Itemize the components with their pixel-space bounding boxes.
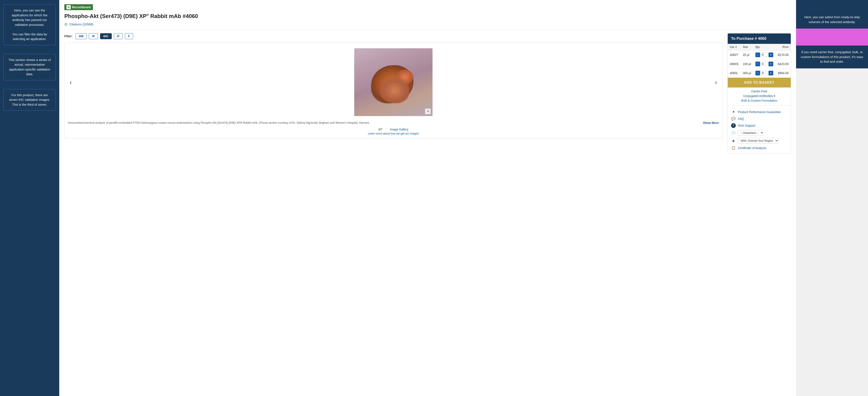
sds-row: ◈ SDS: Choose Your Region (731, 138, 787, 144)
datasheet-select[interactable]: -- Datasheet -- (738, 130, 764, 136)
table-row: 4060L 300 µl − + $994.00 (728, 68, 791, 78)
qty-input-4060t[interactable] (761, 53, 768, 57)
qty-4060t: − + (753, 50, 776, 59)
right-empty (796, 68, 868, 396)
qty-plus-4060s[interactable]: + (769, 62, 773, 66)
cat-4060t: 4060T (728, 50, 741, 59)
carrier-free-link[interactable]: Carrier-Free (731, 90, 787, 93)
qty-minus-4060s[interactable]: − (755, 62, 760, 66)
image-gallery-link[interactable]: Image Gallery (390, 128, 408, 131)
faq-icon: 💬 (731, 116, 736, 121)
filter-label: Filter: (64, 34, 72, 38)
right-tooltip-middle (796, 29, 868, 46)
citations-text[interactable]: Citations (10588) (69, 23, 93, 26)
image-caption: Immunohistochemical analysis of paraffin… (68, 121, 719, 125)
qty-plus-4060l[interactable]: + (769, 71, 773, 75)
qty-minus-4060l[interactable]: − (755, 71, 760, 75)
sds-icon: ◈ (731, 138, 736, 143)
price-4060l: $994.00 (776, 68, 791, 78)
learn-more-link[interactable]: Learn more about how we get our images (68, 132, 719, 135)
coa-link[interactable]: Certificate of Analysis (738, 146, 766, 150)
tech-support-row: ? Tech Support (731, 123, 787, 128)
datasheet-row: 📄 -- Datasheet -- (731, 130, 787, 136)
right-tooltip-top: Here, you can select from ready-to-ship … (796, 10, 868, 29)
faq-row: 💬 FAQ (731, 116, 787, 121)
price-4060t: $170.00 (776, 50, 791, 59)
coa-row: 📋 Certificate of Analysis (731, 146, 787, 150)
qty-input-4060s[interactable] (761, 62, 768, 66)
faq-link[interactable]: FAQ (738, 117, 744, 120)
show-more-link[interactable]: Show More (703, 121, 719, 125)
product-title: Phospho-Akt (Ser473) (D9E) XP® Rabbit mA… (64, 13, 791, 20)
coa-icon: 📋 (731, 146, 736, 150)
qty-4060l: − + (753, 68, 776, 78)
table-row: 4060T 20 µl − + $170.00 (728, 50, 791, 59)
cat-4060s: 4060S (728, 59, 741, 68)
cat-4060l: 4060L (728, 68, 741, 78)
next-image-button[interactable]: › (713, 77, 719, 88)
col-size: Size (741, 44, 753, 50)
image-pagination: 3/7 | Image Gallery (68, 128, 719, 131)
col-price: Price (776, 44, 791, 50)
content-col: Filter: WB IP IHC IF F ‹ (64, 33, 722, 141)
filter-btn-wb[interactable]: WB (75, 33, 87, 39)
product-image: ✕ (354, 48, 433, 116)
qty-control-4060t: − + (755, 53, 774, 57)
conjugated-antibodies-link[interactable]: Conjugated Antibodies (731, 94, 787, 97)
qty-4060s: − + (753, 59, 776, 68)
main-content: R Recombinant Phospho-Akt (Ser473) (D9E)… (59, 0, 796, 396)
content-purchase-row: Filter: WB IP IHC IF F ‹ (64, 33, 791, 153)
citations-row[interactable]: ⊙ Citations (10588) (64, 22, 791, 30)
tech-support-link[interactable]: Tech Support (738, 124, 755, 127)
col-qty: Qty. (753, 44, 776, 50)
guarantee-row: ✦ Product Performance Guarantee (731, 110, 787, 114)
purchase-panel: To Purchase # 4060 Cat. # Size Qty. Pric… (727, 33, 791, 153)
tooltip-images-count: For this product, there are seven IHC va… (3, 89, 56, 111)
recombinant-badge: R Recombinant (64, 4, 93, 10)
size-4060l: 300 µl (741, 68, 753, 78)
size-4060t: 20 µl (741, 50, 753, 59)
left-sidebar: Here, you can see the applications for w… (0, 0, 59, 396)
qty-plus-4060t[interactable]: + (769, 53, 773, 57)
filter-btn-ip[interactable]: IP (89, 33, 98, 39)
pagination-count: 3/7 (378, 128, 382, 131)
datasheet-icon: 📄 (731, 131, 736, 135)
sds-select[interactable]: SDS: Choose Your Region (738, 138, 778, 144)
guarantee-link[interactable]: Product Performance Guarantee (738, 110, 781, 114)
table-row: 4060S 100 µl − + $423.00 (728, 59, 791, 68)
right-panel: Here, you can select from ready-to-ship … (796, 0, 868, 396)
size-4060s: 100 µl (741, 59, 753, 68)
qty-control-4060s: − + (755, 62, 774, 66)
info-links: ✦ Product Performance Guarantee 💬 FAQ ? … (728, 108, 791, 153)
qty-input-4060l[interactable] (761, 71, 768, 75)
guarantee-icon: ✦ (731, 110, 736, 114)
qty-minus-4060t[interactable]: − (755, 53, 760, 57)
prev-image-button[interactable]: ‹ (68, 77, 74, 88)
add-to-basket-button[interactable]: ADD TO BASKET (728, 78, 791, 87)
purchase-col: To Purchase # 4060 Cat. # Size Qty. Pric… (727, 33, 791, 153)
filter-btn-if[interactable]: IF (114, 33, 123, 39)
purchase-table: Cat. # Size Qty. Price 4060T 20 µl (728, 44, 791, 78)
image-section: ‹ ✕ › Immunohistochemical a (64, 43, 722, 139)
filter-row: Filter: WB IP IHC IF F (64, 33, 722, 39)
tooltip-validation: This section shows a series of actual, r… (3, 54, 56, 81)
purchase-links: Carrier-Free Conjugated Antibodies Bulk … (728, 87, 791, 105)
col-cat: Cat. # (728, 44, 741, 50)
tooltip-applications: Here, you can see the applications for w… (3, 4, 56, 45)
tech-support-icon: ? (731, 123, 736, 128)
filter-btn-f[interactable]: F (125, 33, 133, 39)
citations-icon: ⊙ (64, 22, 67, 27)
filter-btn-ihc[interactable]: IHC (100, 33, 112, 39)
bulk-custom-link[interactable]: Bulk & Custom Formulation (731, 99, 787, 102)
right-top-bar (796, 0, 868, 10)
expand-icon[interactable]: ✕ (425, 108, 431, 114)
qty-control-4060l: − + (755, 71, 774, 75)
right-tooltip-bottom: If you need carrier-free, conjugated, bu… (796, 46, 868, 68)
purchase-header: To Purchase # 4060 (728, 33, 791, 44)
price-4060s: $423.00 (776, 59, 791, 68)
badge-r-letter: R (66, 5, 71, 9)
image-container: ‹ ✕ › (68, 46, 719, 118)
badge-label: Recombinant (72, 5, 91, 9)
